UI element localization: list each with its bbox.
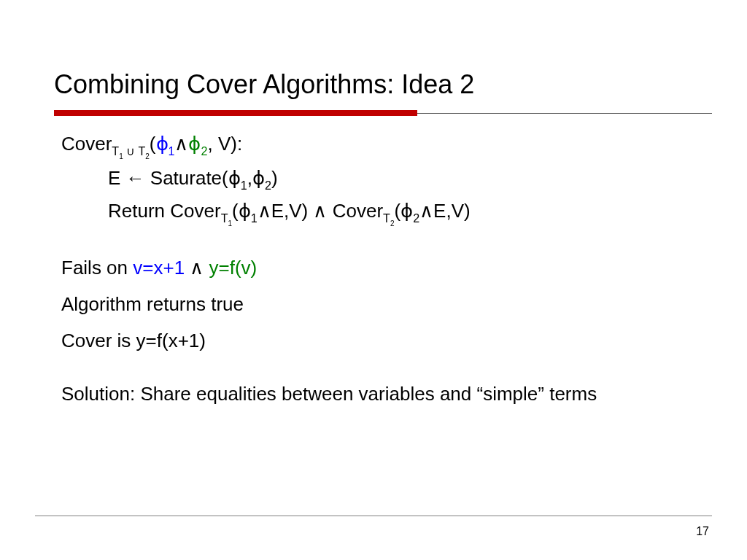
line-solution: Solution: Share equalities between varia… bbox=[61, 381, 703, 407]
line-fails: Fails on v=x+1 ∧ y=f(v) bbox=[61, 254, 703, 281]
title-underline bbox=[54, 110, 712, 116]
line-cover-is: Cover is y=f(x+1) bbox=[61, 327, 703, 354]
line-saturate: E ← Saturate(ϕ1,ϕ2) bbox=[61, 165, 703, 193]
slide-title: Combining Cover Algorithms: Idea 2 bbox=[54, 69, 712, 100]
slide-body: CoverT1 ∪ T2(ϕ1∧ϕ2, V): E ← Saturate(ϕ1,… bbox=[0, 116, 747, 407]
line-cover-def: CoverT1 ∪ T2(ϕ1∧ϕ2, V): bbox=[61, 131, 703, 160]
line-alg-true: Algorithm returns true bbox=[61, 291, 703, 317]
page-number: 17 bbox=[696, 525, 709, 538]
line-return: Return CoverT1(ϕ1∧E,V) ∧ CoverT2(ϕ2∧E,V) bbox=[61, 198, 703, 228]
footer-rule bbox=[35, 516, 712, 516]
